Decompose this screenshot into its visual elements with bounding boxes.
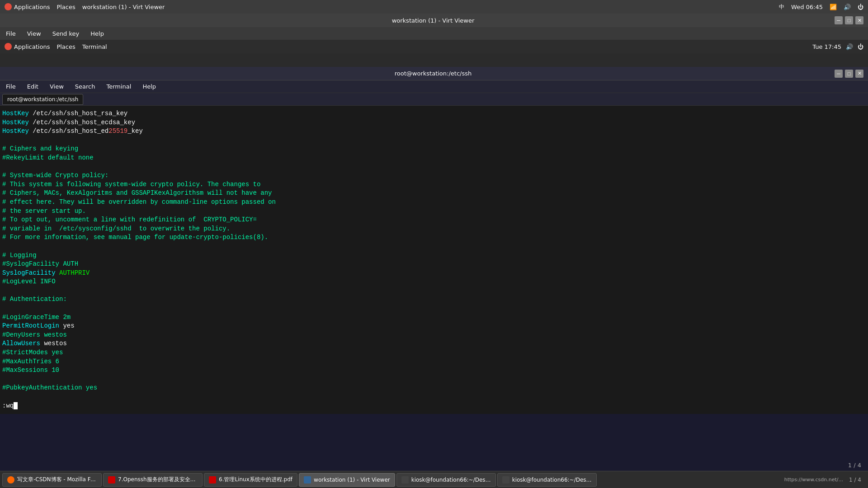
menu-send-key[interactable]: Send key	[50, 29, 82, 38]
ssh-comment-15: #LoginGraceTime 2m	[2, 313, 866, 322]
terminal-minimize-button[interactable]: ─	[835, 70, 843, 78]
terminal-menubar: File Edit View Search Terminal Help	[0, 80, 868, 93]
terminal-title: root@workstation:/etc/ssh	[32, 70, 835, 77]
ssh-comment-18: #MaxAuthTries 6	[2, 357, 866, 366]
ssh-comment-17: #StrictModes yes	[2, 348, 866, 357]
ssh-blank-1	[2, 136, 866, 145]
inner-panel: Applications Places Terminal Tue 17:45 🔊…	[0, 40, 868, 53]
ssh-comment-14: # Authentication:	[2, 295, 866, 304]
terminal-tabs: root@workstation:/etc/ssh	[0, 93, 868, 106]
ssh-comment-10: # For more information, see manual page …	[2, 233, 866, 242]
inner-panel-left: Applications Places Terminal	[5, 43, 107, 50]
ssh-blank-5	[2, 304, 866, 313]
menu-file[interactable]: File	[4, 29, 18, 38]
virt-viewer-window: workstation (1) - Virt Viewer ─ □ ✕ File…	[0, 14, 868, 471]
ssh-blank-4	[2, 286, 866, 296]
ssh-comment-2: #RekeyLimit default none	[2, 154, 866, 163]
ssh-comment-8: # To opt out, uncomment a line with rede…	[2, 216, 866, 225]
inner-places-menu[interactable]: Places	[57, 43, 75, 50]
system-bar-right: 中 Wed 06:45 📶 🔊 ⏻	[779, 3, 863, 11]
clock: Wed 06:45	[791, 4, 823, 10]
menu-help[interactable]: Help	[88, 29, 106, 38]
inner-applications-label: Applications	[14, 43, 50, 50]
term-menu-terminal[interactable]: Terminal	[104, 82, 133, 91]
taskbar-label-virt: workstation (1) - Virt Viewer	[314, 477, 390, 483]
terminal-titlebar: root@workstation:/etc/ssh ─ □ ✕	[0, 67, 868, 80]
volume-icon: 🔊	[844, 4, 851, 10]
taskbar: 写文章-CSDN博客 - Mozilla Firefox 7.Openssh服务…	[0, 471, 868, 488]
ssh-line-2: HostKey /etc/ssh/ssh_host_ecdsa_key	[2, 118, 866, 127]
kiosk-icon-2	[502, 476, 509, 483]
inner-panel-right: Tue 17:45 🔊 ⏻	[812, 43, 863, 50]
system-bar: Applications Places workstation (1) - Vi…	[0, 0, 868, 14]
term-menu-file[interactable]: File	[4, 82, 18, 91]
taskbar-label-pdf1: 7.Openssh服务的部署及安全优化.pdf	[118, 476, 198, 483]
ssh-comment-4: # This system is following system-wide c…	[2, 180, 866, 189]
term-menu-view[interactable]: View	[47, 82, 66, 91]
minimize-button[interactable]: ─	[835, 16, 843, 24]
ssh-blank-3	[2, 242, 866, 251]
ssh-comment-19: #MaxSessions 10	[2, 366, 866, 375]
ssh-comment-16: #DenyUsers westos	[2, 331, 866, 340]
terminal-close-button[interactable]: ✕	[855, 70, 863, 78]
ssh-comment-7: # the server start up.	[2, 207, 866, 216]
places-menu[interactable]: Places	[57, 4, 75, 10]
ssh-line-1: HostKey /etc/ssh/ssh_host_rsa_key	[2, 109, 866, 118]
virt-menubar: File View Send key Help	[0, 27, 868, 40]
system-bar-left: Applications Places workstation (1) - Vi…	[5, 3, 165, 10]
ssh-permit: PermitRootLogin yes	[2, 322, 866, 331]
terminal-maximize-button[interactable]: □	[845, 70, 853, 78]
taskbar-label-kiosk1: kiosk@foundation66:~/Desktop	[411, 477, 491, 483]
taskbar-item-firefox[interactable]: 写文章-CSDN博客 - Mozilla Firefox	[2, 473, 102, 487]
maximize-button[interactable]: □	[845, 16, 853, 24]
ssh-line-3: HostKey /etc/ssh/ssh_host_ed25519_key	[2, 127, 866, 136]
ssh-comment-5: # Ciphers, MACs, KexAlgoritms and GSSAPI…	[2, 189, 866, 198]
virt-title: workstation (1) - Virt Viewer	[32, 17, 835, 24]
power-icon: ⏻	[858, 4, 863, 10]
close-button[interactable]: ✕	[855, 16, 863, 24]
network-icon: 📶	[830, 4, 837, 10]
taskbar-label-firefox: 写文章-CSDN博客 - Mozilla Firefox	[17, 476, 97, 483]
inner-app-icon	[5, 43, 12, 50]
term-menu-help[interactable]: Help	[140, 82, 158, 91]
window-controls: ─ □ ✕	[835, 16, 863, 24]
page-indicator: 1 / 4	[848, 462, 861, 469]
terminal-window: root@workstation:/etc/ssh ─ □ ✕ File Edi…	[0, 67, 868, 471]
inner-terminal-menu[interactable]: Terminal	[82, 43, 107, 50]
taskbar-label-pdf2: 6.管理Linux系统中的进程.pdf	[219, 476, 292, 483]
ssh-comment-11: # Logging	[2, 251, 866, 260]
app-icon	[5, 3, 12, 10]
ssh-blank-7	[2, 393, 866, 402]
firefox-icon	[7, 476, 14, 483]
menu-view[interactable]: View	[25, 29, 43, 38]
taskbar-url: https://www.csdn.net/...	[784, 477, 848, 483]
taskbar-item-virt[interactable]: workstation (1) - Virt Viewer	[299, 473, 395, 487]
ssh-comment-6: # effect here. They will be overridden b…	[2, 198, 866, 207]
terminal-window-controls: ─ □ ✕	[835, 70, 863, 78]
virt-titlebar: workstation (1) - Virt Viewer ─ □ ✕	[0, 14, 868, 27]
taskbar-item-pdf2[interactable]: 6.管理Linux系统中的进程.pdf	[204, 473, 297, 487]
system-icon-1: 中	[779, 3, 784, 11]
taskbar-item-pdf1[interactable]: 7.Openssh服务的部署及安全优化.pdf	[103, 473, 203, 487]
term-menu-search[interactable]: Search	[73, 82, 98, 91]
window-title-bar: workstation (1) - Virt Viewer	[82, 4, 165, 10]
term-menu-edit[interactable]: Edit	[25, 82, 41, 91]
ssh-comment-12: #SyslogFacility AUTH	[2, 260, 866, 269]
terminal-content[interactable]: HostKey /etc/ssh/ssh_host_rsa_key HostKe…	[0, 106, 868, 414]
taskbar-item-kiosk1[interactable]: kiosk@foundation66:~/Desktop	[396, 473, 496, 487]
applications-label: Applications	[14, 4, 50, 10]
applications-menu[interactable]: Applications	[5, 3, 50, 10]
taskbar-item-kiosk2[interactable]: kiosk@foundation66:~/Desktop	[497, 473, 597, 487]
inner-applications-menu[interactable]: Applications	[5, 43, 50, 50]
virt-icon	[304, 476, 311, 483]
terminal-tab-1[interactable]: root@workstation:/etc/ssh	[2, 94, 83, 105]
kiosk-icon-1	[401, 476, 409, 483]
ssh-allow: AllowUsers westos	[2, 339, 866, 348]
taskbar-label-kiosk2: kiosk@foundation66:~/Desktop	[512, 477, 592, 483]
inner-volume-icon: 🔊	[846, 43, 853, 50]
ssh-comment-20: #PubkeyAuthentication yes	[2, 384, 866, 393]
ssh-prompt: :wq	[2, 402, 866, 411]
ssh-comment-3: # System-wide Crypto policy:	[2, 171, 866, 180]
ssh-comment-9: # variable in /etc/sysconfig/sshd to ove…	[2, 225, 866, 234]
inner-power-icon: ⏻	[858, 43, 863, 50]
